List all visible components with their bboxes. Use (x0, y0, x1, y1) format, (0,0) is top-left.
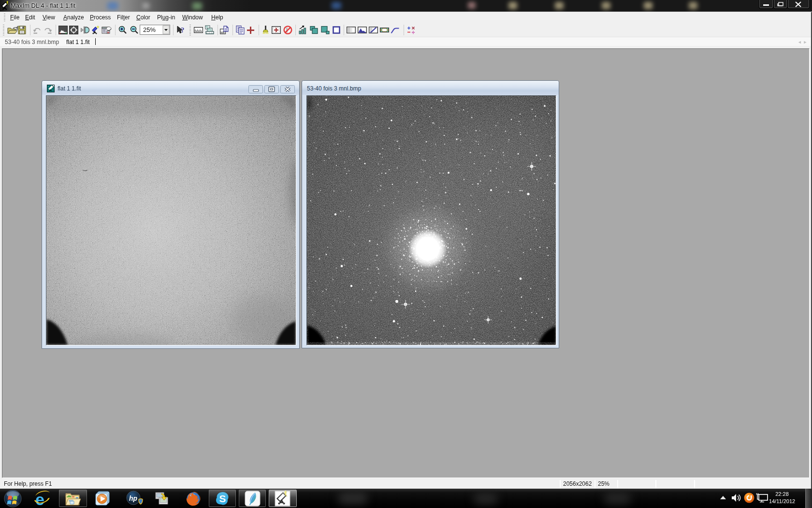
svg-text:e: e (35, 490, 44, 508)
svg-text:hp: hp (129, 494, 138, 502)
svg-text:?: ? (181, 26, 185, 34)
svg-text:25%: 25% (143, 26, 156, 33)
